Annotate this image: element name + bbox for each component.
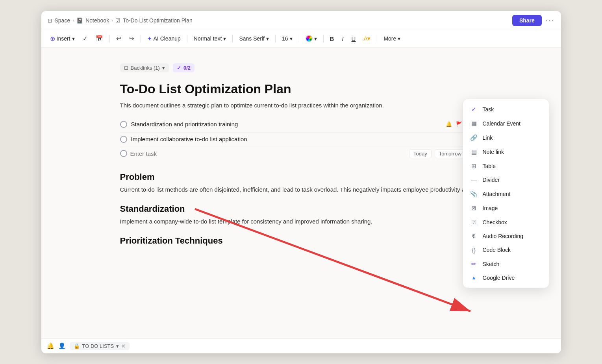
task-checkbox-1[interactable] xyxy=(120,121,127,128)
bold-button[interactable]: B xyxy=(327,34,337,44)
dropdown-link[interactable]: 🔗 Link xyxy=(463,131,549,145)
sketch-label: Sketch xyxy=(483,261,500,267)
font-size-button[interactable]: 16 ▾ xyxy=(279,34,296,43)
divider4 xyxy=(232,35,233,42)
tomorrow-button[interactable]: Tomorrow xyxy=(435,149,466,158)
checkmark-button[interactable]: ✓ xyxy=(80,33,91,44)
italic-button[interactable]: I xyxy=(339,34,346,44)
backlinks-row: ⊡ Backlinks (1) ▾ ✓ 0/2 xyxy=(120,63,530,72)
font-chevron: ▾ xyxy=(266,35,269,42)
bell-icon-1: 🔔 xyxy=(446,121,452,127)
share-button[interactable]: Share xyxy=(512,15,542,26)
more-button[interactable]: More ▾ xyxy=(380,34,404,43)
normal-text-button[interactable]: Normal text ▾ xyxy=(191,34,230,43)
breadcrumb: ⊡ Space › 📓 Notebook › ☑ To-Do List Opti… xyxy=(48,17,193,24)
dropdown-sketch[interactable]: ✏ Sketch xyxy=(463,257,549,271)
page-icon: ☑ xyxy=(115,17,120,24)
close-tag-button[interactable]: ✕ xyxy=(121,343,126,349)
bell-bottom-icon[interactable]: 🔔 xyxy=(47,342,54,349)
bold-label: B xyxy=(330,35,334,42)
divider2 xyxy=(141,35,141,42)
google-drive-label: Google Drive xyxy=(483,275,515,281)
tag-label: TO DO LISTS xyxy=(82,343,114,349)
progress-badge[interactable]: ✓ 0/2 xyxy=(173,63,194,72)
more-chevron: ▾ xyxy=(398,35,400,42)
backlinks-icon: ⊡ xyxy=(124,65,128,71)
new-task-input[interactable] xyxy=(130,149,406,159)
underline-button[interactable]: U xyxy=(348,34,359,44)
font-size-label: 16 xyxy=(282,35,288,42)
insert-button[interactable]: ⊕ Insert ▾ xyxy=(47,33,78,44)
user-bottom-icon[interactable]: 👤 xyxy=(58,342,66,349)
title-actions: Share ··· xyxy=(512,15,555,26)
redo-icon: ↪ xyxy=(129,35,134,42)
attachment-icon: 📎 xyxy=(470,190,478,198)
progress-check-icon: ✓ xyxy=(177,65,181,71)
bottom-tag[interactable]: 🔒 TO DO LISTS ▾ ✕ xyxy=(70,342,130,350)
highlight-button[interactable]: A▾ xyxy=(360,33,374,44)
task-text-1: Standardization and prioritization train… xyxy=(131,121,442,127)
bottom-bar: 🔔 👤 🔒 TO DO LISTS ▾ ✕ xyxy=(41,338,561,353)
page-title: To-Do List Optimization Plan xyxy=(120,82,530,96)
toolbar: ⊕ Insert ▾ ✓ 📅 ↩ ↪ ✦ AI Cleanup Normal t… xyxy=(41,30,561,48)
code-block-icon: {} xyxy=(470,247,478,253)
today-button[interactable]: Today xyxy=(409,149,432,158)
dropdown-task[interactable]: ✓ Task xyxy=(463,102,549,116)
audio-icon: 🎙 xyxy=(470,233,478,240)
space-icon: ⊡ xyxy=(48,17,52,24)
checkbox-label: Checkbox xyxy=(483,219,507,225)
divider8 xyxy=(377,35,377,42)
link-icon: 🔗 xyxy=(470,134,478,141)
attachment-label: Attachment xyxy=(483,191,511,197)
ai-cleanup-button[interactable]: ✦ AI Cleanup xyxy=(144,34,184,43)
title-bar: ⊡ Space › 📓 Notebook › ☑ To-Do List Opti… xyxy=(41,11,561,30)
redo-button[interactable]: ↪ xyxy=(126,33,137,44)
color-circle-icon xyxy=(306,35,313,42)
backlinks-badge[interactable]: ⊡ Backlinks (1) ▾ xyxy=(120,63,169,72)
breadcrumb-sep2: › xyxy=(111,18,113,23)
dropdown-image[interactable]: ⊠ Image xyxy=(463,201,549,215)
new-task-checkbox[interactable] xyxy=(120,150,127,157)
check-icon: ✓ xyxy=(83,35,88,42)
calendar-button[interactable]: 📅 xyxy=(93,33,106,44)
code-block-label: Code Block xyxy=(483,247,511,253)
divider7 xyxy=(323,35,324,42)
app-window: ⊡ Space › 📓 Notebook › ☑ To-Do List Opti… xyxy=(41,11,561,353)
color-picker-button[interactable]: ▾ xyxy=(302,33,320,44)
task-checkbox-2[interactable] xyxy=(120,136,127,143)
table-label: Table xyxy=(483,163,496,169)
dropdown-code-block[interactable]: {} Code Block xyxy=(463,243,549,257)
link-label: Link xyxy=(483,135,493,141)
dropdown-note-link[interactable]: ▤ Note link xyxy=(463,145,549,159)
breadcrumb-sep1: › xyxy=(72,18,74,23)
ai-cleanup-label: AI Cleanup xyxy=(154,35,181,42)
breadcrumb-notebook: Notebook xyxy=(85,17,109,24)
dropdown-divider[interactable]: — Divider xyxy=(463,173,549,187)
breadcrumb-page: To-Do List Optimization Plan xyxy=(123,17,193,24)
calendar-icon: 📅 xyxy=(96,35,103,42)
calendar-event-label: Calendar Event xyxy=(483,120,521,127)
font-size-chevron: ▾ xyxy=(290,35,293,42)
audio-label: Audio Recording xyxy=(483,233,524,239)
dropdown-checkbox[interactable]: ☑ Checkbox xyxy=(463,215,549,229)
highlight-icon: A▾ xyxy=(363,35,370,42)
undo-icon: ↩ xyxy=(116,35,121,42)
dropdown-table[interactable]: ⊞ Table xyxy=(463,159,549,173)
font-button[interactable]: Sans Serif ▾ xyxy=(236,34,272,43)
dropdown-google-drive[interactable]: ▲ Google Drive xyxy=(463,271,549,285)
dropdown-audio[interactable]: 🎙 Audio Recording xyxy=(463,229,549,243)
insert-dropdown-menu: ✓ Task ▦ Calendar Event 🔗 Link ▤ Note li… xyxy=(463,99,549,288)
lock-icon: 🔒 xyxy=(74,343,80,349)
normal-text-chevron: ▾ xyxy=(223,35,226,42)
dropdown-attachment[interactable]: 📎 Attachment xyxy=(463,187,549,201)
more-dots-button[interactable]: ··· xyxy=(546,16,555,25)
google-drive-icon: ▲ xyxy=(470,275,478,281)
breadcrumb-space: Space xyxy=(55,17,70,24)
plus-icon: ⊕ xyxy=(50,35,55,42)
color-chevron: ▾ xyxy=(314,35,317,42)
divider-label: Divider xyxy=(483,177,500,183)
insert-label: Insert xyxy=(57,35,70,42)
dropdown-calendar-event[interactable]: ▦ Calendar Event xyxy=(463,116,549,131)
divider-icon: — xyxy=(470,177,478,183)
undo-button[interactable]: ↩ xyxy=(113,33,124,44)
